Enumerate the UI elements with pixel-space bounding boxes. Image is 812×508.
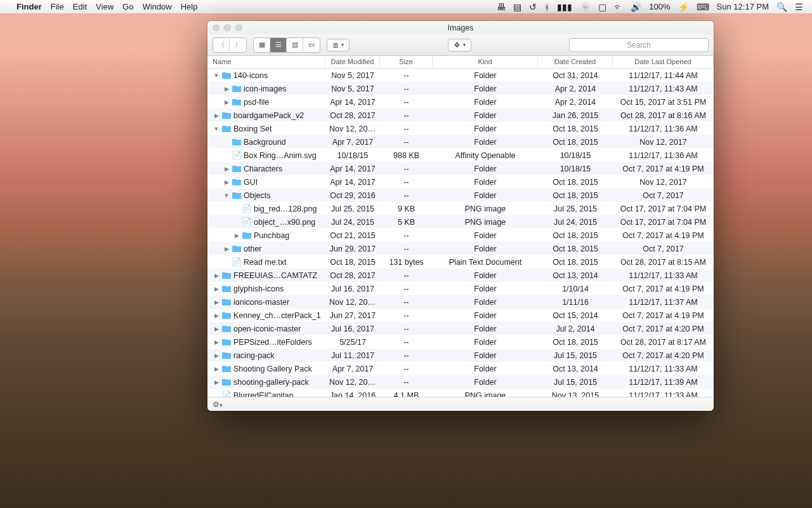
table-row[interactable]: ▶shooting-gallery-packNov 12, 2017--Fold…	[207, 375, 714, 389]
spotlight-icon[interactable]: 🔍	[776, 2, 787, 12]
table-row[interactable]: 📄BlurredElCapitanJan 14, 20164.1 MBPNG i…	[207, 389, 714, 397]
minimize-button[interactable]	[224, 24, 231, 31]
zoom-button[interactable]	[235, 24, 242, 31]
disclosure-triangle[interactable]: ▼	[213, 72, 219, 79]
tray-wifi-icon[interactable]: ᯤ	[614, 2, 623, 12]
table-row[interactable]: 📄big_red…128.pngJul 25, 20159 KBPNG imag…	[207, 202, 714, 215]
table-row[interactable]: ▶icon-imagesNov 5, 2017--FolderApr 2, 20…	[207, 82, 714, 95]
table-row[interactable]: ▶CharactersApr 14, 2017--Folder10/18/15O…	[207, 162, 714, 175]
tray-airplay-icon[interactable]: ▢	[598, 2, 606, 12]
table-row[interactable]: ▶glyphish-iconsJul 16, 2017--Folder1/10/…	[207, 282, 714, 295]
menu-view[interactable]: View	[96, 2, 114, 11]
tray-battery-icon[interactable]: ▮▮▮	[557, 2, 572, 12]
view-icon-button[interactable]: ▦	[254, 38, 270, 52]
menu-help[interactable]: Help	[181, 2, 198, 11]
disclosure-triangle[interactable]: ▶	[223, 99, 230, 105]
menu-edit[interactable]: Edit	[73, 2, 87, 11]
table-row[interactable]: ▶otherJun 29, 2017--FolderOct 18, 2015Oc…	[207, 242, 714, 255]
tray-volume-icon[interactable]: 🔊	[631, 2, 641, 12]
cell-size: --	[380, 178, 433, 187]
tray-printer-icon[interactable]: 🖶	[497, 2, 506, 12]
table-row[interactable]: ▶PEPSized…iteFolders5/25/17--FolderOct 1…	[207, 335, 714, 349]
disclosure-triangle[interactable]: ▶	[223, 179, 230, 185]
table-row[interactable]: ▶racing-packJul 11, 2017--FolderJul 15, …	[207, 349, 714, 362]
tags-button[interactable]: ❖ ▾	[448, 39, 471, 51]
col-header-kind[interactable]: Kind	[433, 56, 538, 68]
disclosure-triangle[interactable]: ▶	[223, 166, 230, 172]
table-row[interactable]: ▶Shooting Gallery PackApr 7, 2017--Folde…	[207, 362, 714, 375]
column-headers: Name Date Modified Size Kind Date Create…	[207, 56, 714, 69]
tray-clock[interactable]: Sun 12:17 PM	[717, 2, 769, 11]
table-row[interactable]: ▶PunchbagOct 21, 2015--FolderOct 18, 201…	[207, 229, 714, 242]
disclosure-triangle[interactable]: ▶	[223, 86, 230, 92]
cell-size: 9 KB	[380, 204, 433, 213]
view-column-button[interactable]: ▥	[287, 38, 303, 52]
col-header-size[interactable]: Size	[380, 56, 433, 68]
notification-center-icon[interactable]: ☰	[795, 2, 803, 12]
folder-icon	[221, 337, 232, 347]
disclosure-triangle[interactable]: ▶	[213, 352, 219, 359]
gear-icon[interactable]: ⚙▾	[213, 400, 223, 409]
menu-file[interactable]: File	[51, 2, 64, 11]
disclosure-triangle[interactable]: ▼	[213, 126, 219, 132]
table-row[interactable]: ▼140-iconsNov 5, 2017--FolderOct 31, 201…	[207, 69, 714, 82]
back-button[interactable]: 〈	[213, 38, 230, 52]
window-titlebar[interactable]: Images	[207, 21, 714, 34]
table-row[interactable]: ▶Kenney_ch…cterPack_1Jun 27, 2017--Folde…	[207, 309, 714, 322]
disclosure-triangle[interactable]: ▶	[213, 299, 219, 305]
cell-opened: Oct 17, 2017 at 7:04 PM	[613, 204, 714, 213]
col-header-modified[interactable]: Date Modified	[325, 56, 380, 68]
disclosure-triangle[interactable]: ▶	[213, 272, 219, 279]
cell-opened: Oct 7, 2017 at 4:19 PM	[613, 164, 714, 173]
folder-icon	[221, 364, 232, 374]
app-name[interactable]: Finder	[16, 2, 42, 11]
search-input[interactable]	[569, 38, 709, 52]
table-row[interactable]: ▶GUIApr 14, 2017--FolderOct 18, 2015Nov …	[207, 175, 714, 189]
table-row[interactable]: 📄Read me.txtOct 18, 2015131 bytesPlain T…	[207, 255, 714, 269]
tray-timemachine-icon[interactable]: ↺	[529, 2, 537, 12]
tray-battery-percent[interactable]: 100%	[649, 2, 670, 11]
forward-button[interactable]: 〉	[230, 38, 246, 52]
table-row[interactable]: ▶FREEUIAS…CAMTATZOct 28, 2017--FolderOct…	[207, 269, 714, 282]
disclosure-triangle[interactable]: ▼	[223, 192, 230, 199]
file-name: other	[244, 244, 262, 253]
col-header-opened[interactable]: Date Last Opened	[613, 56, 714, 68]
arrange-button[interactable]: ≣ ▾	[327, 39, 350, 51]
disclosure-triangle[interactable]: ▶	[213, 312, 219, 319]
folder-icon	[221, 284, 232, 294]
file-icon: 📄	[242, 217, 252, 227]
col-header-name[interactable]: Name	[207, 56, 325, 68]
close-button[interactable]	[213, 24, 219, 31]
disclosure-triangle[interactable]: ▶	[213, 326, 219, 332]
menu-go[interactable]: Go	[122, 2, 133, 11]
disclosure-triangle[interactable]: ▶	[213, 379, 219, 385]
table-row[interactable]: BackgroundApr 7, 2017--FolderOct 18, 201…	[207, 135, 714, 149]
view-list-button[interactable]: ☰	[270, 38, 287, 52]
disclosure-triangle[interactable]: ▶	[233, 232, 240, 239]
disclosure-triangle[interactable]: ▶	[213, 366, 219, 372]
tray-ghost-icon[interactable]: 👻	[580, 2, 591, 12]
chevron-down-icon: ▾	[463, 42, 466, 48]
tray-queue-icon[interactable]: ▤	[513, 2, 521, 12]
cell-size: --	[380, 124, 433, 133]
disclosure-triangle[interactable]: ▶	[213, 112, 219, 119]
table-row[interactable]: ▼ObjectsOct 29, 2016--FolderOct 18, 2015…	[207, 189, 714, 202]
view-coverflow-button[interactable]: ▭	[303, 38, 320, 52]
cell-opened: 11/12/17, 11:36 AM	[613, 124, 714, 133]
menu-window[interactable]: Window	[142, 2, 171, 11]
file-name: Punchbag	[254, 231, 289, 240]
table-row[interactable]: ▶open-iconic-masterJul 16, 2017--FolderJ…	[207, 322, 714, 335]
tray-bluetooth-icon[interactable]: ᚼ	[544, 2, 549, 12]
disclosure-triangle[interactable]: ▶	[213, 286, 219, 292]
folder-icon	[221, 271, 232, 281]
table-row[interactable]: ▼Boxing SetNov 12, 2017--FolderOct 18, 2…	[207, 122, 714, 135]
table-row[interactable]: 📄Box Ring…Anim.svg10/18/15988 KBAffinity…	[207, 149, 714, 162]
table-row[interactable]: ▶psd-fileApr 14, 2017--FolderApr 2, 2014…	[207, 95, 714, 109]
col-header-created[interactable]: Date Created	[538, 56, 613, 68]
disclosure-triangle[interactable]: ▶	[223, 246, 230, 252]
table-row[interactable]: 📄object_…x90.pngJul 24, 20155 KBPNG imag…	[207, 215, 714, 229]
table-row[interactable]: ▶boardgamePack_v2Oct 28, 2017--FolderJan…	[207, 109, 714, 122]
table-row[interactable]: ▶ionicons-masterNov 12, 2017--Folder1/11…	[207, 295, 714, 309]
disclosure-triangle[interactable]: ▶	[213, 339, 219, 345]
tray-keyboard-icon[interactable]: ⌨	[697, 2, 709, 12]
